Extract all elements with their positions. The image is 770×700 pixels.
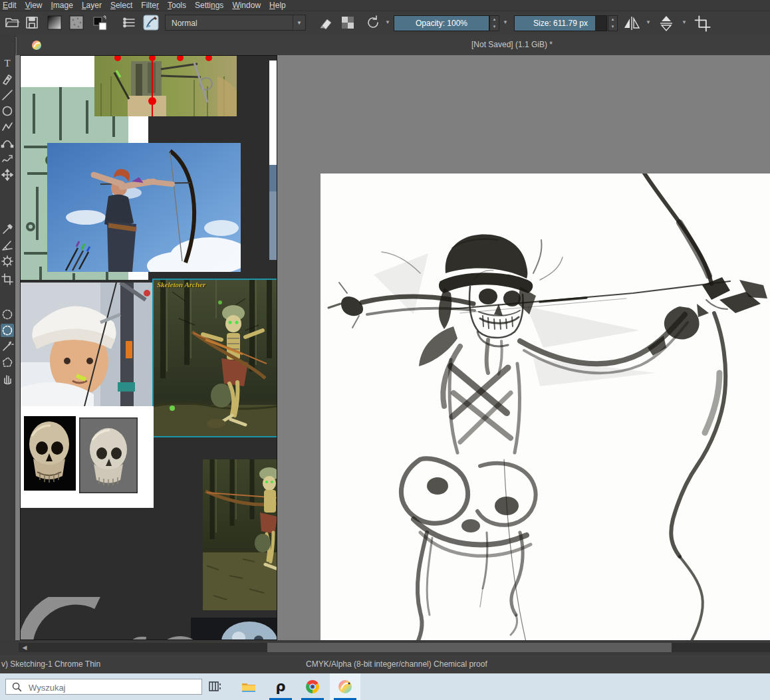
windows-taskbar: ρ — [0, 673, 770, 700]
document-title[interactable]: [Not Saved] (1.1 GiB) * — [255, 35, 769, 55]
hscrollbar-left-arrow-icon[interactable]: ◀ — [20, 642, 29, 653]
watermark-letters — [21, 597, 220, 640]
tool-ellipse-tool[interactable] — [1, 104, 14, 118]
status-bar: v) Sketching-1 Chrome Thin CMYK/Alpha (8… — [0, 655, 770, 673]
file-explorer-icon — [241, 679, 257, 695]
menu-item-edit[interactable]: Edit — [0, 0, 23, 11]
svg-text:ρ: ρ — [275, 679, 285, 695]
size-spinner[interactable]: ▲▼ — [608, 15, 618, 31]
tool-line-tool[interactable] — [1, 88, 14, 102]
game-title-label: Skeleton Archer — [157, 281, 205, 289]
patterns-button[interactable] — [68, 15, 84, 31]
opacity-spinner[interactable]: ▲▼ — [489, 15, 499, 31]
menu-item-view[interactable]: View — [23, 0, 49, 11]
drawing-canvas[interactable] — [321, 174, 770, 672]
mirror-v-dropdown-icon[interactable]: ▼ — [680, 19, 689, 27]
menu-item-layer[interactable]: Layer — [79, 0, 108, 11]
tool-text-tool[interactable]: T — [1, 57, 14, 70]
pureref-button[interactable]: ρ — [265, 673, 296, 700]
krita-document-icon[interactable] — [31, 40, 42, 51]
tool-crop-tool[interactable] — [1, 273, 14, 286]
ref-skull-black[interactable] — [24, 416, 76, 491]
preset-more-dropdown-icon[interactable]: ▼ — [383, 19, 392, 27]
blend-mode-select[interactable]: Normal ▼ — [165, 15, 306, 31]
reload-preset-button[interactable] — [365, 15, 381, 31]
chrome-button[interactable] — [297, 673, 328, 700]
opacity-slider-label: Opacity: 100% — [394, 16, 489, 31]
ref-recurve-archer-woman[interactable] — [47, 143, 241, 272]
eraser-mode-button[interactable] — [319, 15, 334, 31]
menu-item-help[interactable]: Help — [267, 0, 292, 11]
brush-editor-button[interactable] — [143, 15, 159, 31]
mirror-h-dropdown-icon[interactable]: ▼ — [644, 19, 653, 27]
ref-olympic-archer-closeup[interactable] — [21, 283, 152, 406]
chrome-icon — [305, 679, 321, 695]
skeleton-archer-drawing — [321, 174, 770, 672]
tool-assistants-tool[interactable] — [1, 255, 14, 268]
task-view-icon — [207, 679, 223, 695]
menu-item-image[interactable]: Image — [49, 0, 79, 11]
tool-polyline-tool[interactable] — [1, 120, 14, 134]
main-toolbar: Normal ▼ Opacity: 100% ▲▼ ▼ Size: 611.79… — [0, 11, 770, 35]
canvas-hscrollbar: ◀ — [0, 640, 770, 655]
document-tab-bar: [Not Saved] (1.1 GiB) * — [0, 35, 770, 55]
svg-text:T: T — [4, 58, 10, 68]
tool-bezier-tool[interactable] — [1, 136, 14, 150]
open-image-button[interactable] — [4, 15, 20, 31]
tool-edit-shapes-tool[interactable] — [1, 72, 14, 86]
menu-item-tools[interactable]: Tools — [165, 0, 192, 11]
pureref-icon: ρ — [273, 679, 289, 695]
tool-freehand-path-tool[interactable] — [1, 152, 14, 166]
ref-skeleton-archer-game[interactable]: Skeleton Archer — [152, 279, 277, 437]
search-input[interactable] — [27, 680, 196, 695]
ref-skeleton-game-2[interactable] — [203, 459, 277, 610]
menu-item-filter[interactable]: Filter — [138, 0, 165, 11]
tool-color-sampler-tool[interactable] — [1, 223, 14, 236]
save-button[interactable] — [24, 15, 40, 31]
toolbox: T — [0, 35, 15, 640]
mirror-vertical-button[interactable] — [657, 14, 676, 33]
opacity-slider[interactable]: Opacity: 100% — [394, 15, 489, 31]
menu-item-select[interactable]: Select — [108, 0, 138, 11]
brush-size-slider[interactable]: Size: 611.79 px — [514, 15, 607, 31]
krita-icon — [337, 679, 353, 695]
taskbar-search[interactable] — [5, 679, 202, 695]
menu-item-window[interactable]: Window — [229, 0, 267, 11]
brush-size-slider-label: Size: 611.79 px — [515, 16, 606, 31]
ref-skull-gray[interactable] — [79, 417, 138, 493]
search-icon — [11, 681, 23, 693]
tool-polygonal-selection-tool[interactable] — [1, 356, 14, 369]
menu-bar: EditViewImageLayerSelectFilterToolsSetti… — [0, 0, 770, 11]
task-view-button[interactable] — [200, 673, 231, 700]
hscrollbar-thumb[interactable] — [267, 643, 672, 652]
brush-preset-status: v) Sketching-1 Chrome Thin — [1, 655, 100, 673]
preserve-alpha-button[interactable] — [340, 15, 356, 31]
krita-desktop: EditViewImageLayerSelectFilterToolsSetti… — [0, 0, 770, 700]
gradients-button[interactable] — [47, 15, 63, 31]
tool-pan-tool[interactable] — [1, 372, 14, 385]
color-profile-status: CMYK/Alpha (8-bit integer/channel) Chemi… — [306, 655, 487, 673]
menu-item-settings[interactable]: Settings — [192, 0, 229, 11]
reference-board: Skeleton Archer — [20, 55, 277, 640]
ref-compound-bow-hunter[interactable] — [94, 56, 237, 116]
opacity-dropdown-icon[interactable]: ▼ — [501, 19, 510, 27]
mirror-horizontal-button[interactable] — [622, 14, 641, 33]
tool-similar-selection-tool[interactable] — [1, 324, 14, 337]
krita-button[interactable] — [330, 673, 360, 700]
fg-bg-colors-button[interactable] — [92, 15, 108, 31]
wrap-around-button[interactable] — [693, 14, 711, 33]
tool-move-tool[interactable] — [1, 168, 14, 181]
tool-measure-tool[interactable] — [1, 239, 14, 252]
blend-mode-value: Normal — [172, 19, 197, 28]
chevron-down-icon: ▼ — [293, 15, 305, 31]
tool-outline-selection-tool[interactable] — [1, 308, 14, 321]
brush-presets-button[interactable] — [122, 15, 138, 31]
tool-contiguous-selection-tool[interactable] — [1, 340, 14, 353]
ref-white-strip[interactable] — [269, 60, 277, 260]
file-explorer-button[interactable] — [233, 673, 264, 700]
